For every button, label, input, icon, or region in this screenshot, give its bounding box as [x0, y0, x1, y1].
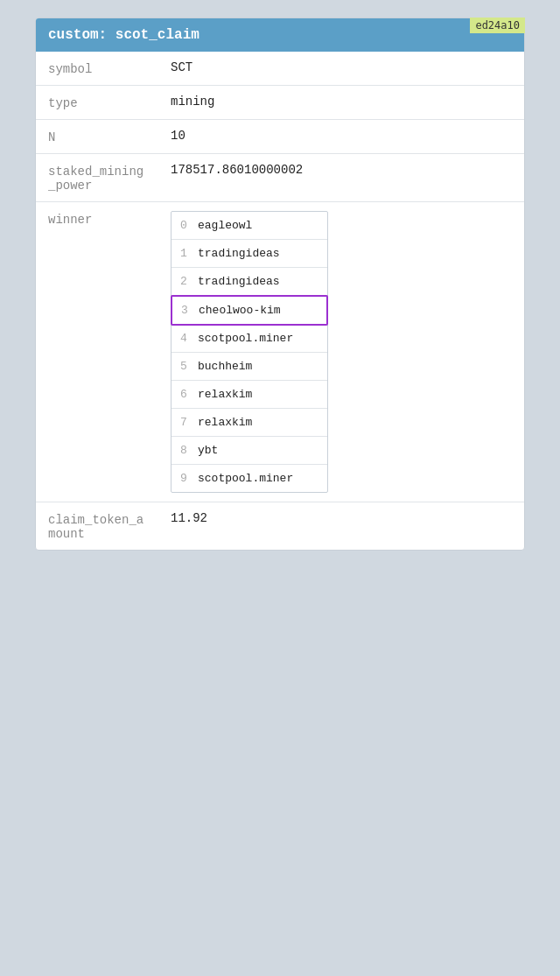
winner-name: scotpool.miner: [198, 332, 318, 345]
badge: ed24a10: [470, 18, 525, 33]
n-row: N 10: [36, 120, 524, 154]
winner-index: 8: [180, 444, 198, 457]
symbol-label: symbol: [48, 60, 171, 76]
winner-row: 8ybt: [172, 437, 327, 465]
winner-name: buchheim: [198, 360, 318, 373]
winner-name: tradingideas: [198, 275, 318, 288]
winner-row: 0eagleowl: [172, 212, 327, 240]
winner-row: 6relaxkim: [172, 381, 327, 409]
winner-name: tradingideas: [198, 247, 318, 260]
symbol-value: SCT: [171, 60, 512, 74]
winner-row: 4scotpool.miner: [172, 325, 327, 353]
winner-name: ybt: [198, 444, 318, 457]
winner-name: relaxkim: [198, 416, 318, 429]
type-row: type mining: [36, 86, 524, 120]
winner-label: winner: [48, 211, 171, 227]
card: custom: scot_claim symbol SCT type minin…: [35, 18, 525, 551]
winner-table: 0eagleowl1tradingideas2tradingideas3cheo…: [171, 211, 328, 493]
claim-token-label: claim_token_amount: [48, 511, 171, 541]
winner-index: 6: [180, 388, 198, 401]
winner-index: 5: [180, 360, 198, 373]
staked-mining-power-value: 178517.86010000002: [171, 163, 512, 177]
winner-index: 0: [180, 219, 198, 232]
winner-row: 7relaxkim: [172, 409, 327, 437]
winner-index: 7: [180, 416, 198, 429]
winner-row: 5buchheim: [172, 353, 327, 381]
type-value: mining: [171, 95, 512, 109]
n-value: 10: [171, 129, 512, 143]
staked-mining-power-label: staked_mining_power: [48, 163, 171, 193]
winner-row: 9scotpool.miner: [172, 465, 327, 492]
winner-index: 1: [180, 247, 198, 260]
winner-section: winner 0eagleowl1tradingideas2tradingide…: [36, 202, 524, 502]
winner-row: 2tradingideas: [172, 268, 327, 296]
card-header: custom: scot_claim: [36, 18, 524, 52]
winner-name: eagleowl: [198, 219, 318, 232]
winner-name: cheolwoo-kim: [199, 304, 318, 317]
winner-name: scotpool.miner: [198, 472, 318, 485]
winner-row: 1tradingideas: [172, 240, 327, 268]
page-wrapper: ed24a10 custom: scot_claim symbol SCT ty…: [35, 18, 525, 551]
winner-name: relaxkim: [198, 388, 318, 401]
winner-index: 9: [180, 472, 198, 485]
n-label: N: [48, 129, 171, 144]
winner-index: 4: [180, 332, 198, 345]
winner-index: 2: [180, 275, 198, 288]
type-label: type: [48, 95, 171, 110]
winner-row: 3cheolwoo-kim: [171, 295, 328, 326]
symbol-row: symbol SCT: [36, 52, 524, 86]
winner-index: 3: [181, 304, 199, 317]
claim-token-value: 11.92: [171, 511, 512, 525]
staked-mining-power-row: staked_mining_power 178517.86010000002: [36, 154, 524, 202]
claim-token-row: claim_token_amount 11.92: [36, 502, 524, 550]
